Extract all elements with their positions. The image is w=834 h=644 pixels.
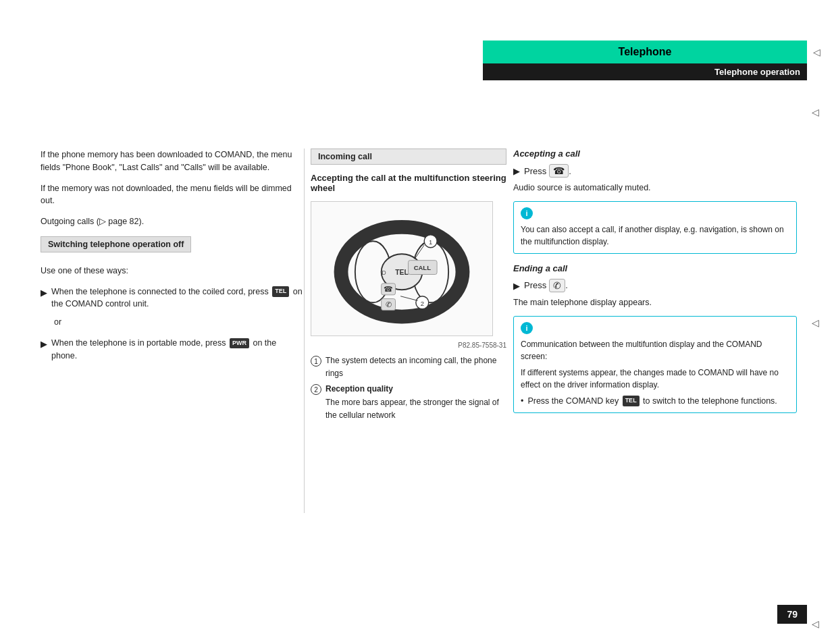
svg-text:✆: ✆ (386, 300, 392, 308)
telephone-banner: Telephone (483, 41, 807, 63)
ending-call-title: Ending a call (513, 263, 797, 273)
subheading-label: Accepting the call at the multifunction … (311, 173, 506, 193)
steering-wheel-diagram: TEL D S CALL ☎ ✆ 1 2 (311, 201, 493, 336)
svg-text:D: D (382, 269, 386, 276)
operation-label: Telephone operation (714, 67, 800, 77)
diagram-caption: P82.85-7558-31 (311, 342, 506, 349)
left-para2: If the memory was not downloaded, the me… (41, 182, 304, 208)
left-column: If the phone memory has been downloaded … (41, 149, 304, 367)
press-arrow-icon2: ▶ (513, 281, 520, 291)
page-number: 79 (787, 609, 798, 620)
numbered-item-2: 2 Reception quality The more bars appear… (311, 383, 506, 422)
info-box-2: i Communication between the multifuntion… (513, 316, 797, 414)
press-label1: Press (524, 166, 546, 176)
side-arrow-top: ◁ (812, 107, 819, 117)
header-right: Telephone ◁ Telephone operation (483, 41, 807, 80)
info-icon-2: i (521, 322, 533, 334)
steering-wheel-svg: TEL D S CALL ☎ ✆ 1 2 (321, 208, 483, 329)
bullet-dot-icon: • (521, 395, 523, 408)
item1-text: The system detects an incoming call, the… (325, 354, 506, 380)
numbered-item-1: 1 The system detects an incoming call, t… (311, 354, 506, 380)
bullet-arrow-icon1: ▶ (41, 286, 47, 300)
num-circle-1: 1 (311, 356, 321, 367)
item2-text: Reception quality The more bars appear, … (325, 383, 506, 422)
num-circle-2: 2 (311, 384, 321, 395)
or-text: or (54, 316, 304, 329)
steering-wheel-subheading: Accepting the call at the multifunction … (311, 173, 506, 193)
telephone-label: Telephone (619, 46, 672, 57)
telephone-operation-banner: Telephone operation (483, 63, 807, 80)
use-text: Use one of these ways: (41, 265, 304, 277)
svg-text:TEL: TEL (395, 269, 409, 276)
left-para3: Outgoing calls (▷ page 82). (41, 215, 304, 228)
incoming-call-label: Incoming call (318, 152, 372, 161)
side-arrow-bottom: ◁ (812, 618, 819, 629)
press-label2: Press (524, 280, 546, 290)
bullet2-text: When the telephone is in portable mode, … (51, 337, 304, 363)
pwr-key: PWR (230, 338, 249, 349)
side-arrow-mid: ◁ (812, 317, 819, 328)
tel-key-2: TEL (623, 396, 640, 406)
left-para1: If the phone memory has been downloaded … (41, 149, 304, 174)
left-bullet1: ▶ When the telephone is connected to the… (41, 286, 304, 311)
info2-intro: Communication between the multifuntion d… (521, 338, 789, 363)
header-arrow-icon: ◁ (813, 47, 820, 57)
press-arrow-icon1: ▶ (513, 166, 520, 176)
accept-phone-icon: ☎ (549, 164, 569, 178)
period-after-end: . (565, 280, 568, 290)
incoming-call-heading: Incoming call (311, 149, 506, 165)
main-display-text: The main telephone display appears. (513, 296, 797, 309)
svg-text:☎: ☎ (384, 285, 393, 293)
column-divider (304, 149, 305, 513)
accepting-call-title: Accepting a call (513, 149, 797, 159)
bullet1-text: When the telephone is connected to the c… (51, 286, 304, 311)
end-phone-icon: ✆ (549, 279, 565, 292)
svg-text:2: 2 (421, 300, 424, 307)
info-box-1: i You can also accept a call, if another… (513, 201, 797, 254)
right-column: Accepting a call ▶ Press ☎ . Audio sourc… (513, 149, 797, 423)
audio-muted-text: Audio source is automatically muted. (513, 182, 797, 194)
svg-text:1: 1 (429, 238, 432, 246)
switch-heading-label: Switching telephone operation off (48, 240, 184, 249)
left-bullet2: ▶ When the telephone is in portable mode… (41, 337, 304, 363)
svg-line-18 (400, 296, 418, 301)
press-accept-line: ▶ Press ☎ . (513, 164, 797, 178)
info-icon-1: i (521, 207, 533, 219)
period-after-accept: . (569, 166, 571, 176)
middle-column: Incoming call Accepting the call at the … (311, 149, 506, 425)
bullet-arrow-icon2: ▶ (41, 338, 47, 351)
info2-bullet-text: Press the COMAND key TEL to switch to th… (527, 395, 777, 408)
switch-heading-box: Switching telephone operation off (41, 236, 191, 252)
info1-text: You can also accept a call, if another d… (521, 223, 789, 248)
press-end-line: ▶ Press ✆ . (513, 279, 797, 292)
numbered-items: 1 The system detects an incoming call, t… (311, 354, 506, 422)
tel-key: TEL (272, 286, 289, 297)
page-number-box: 79 (777, 605, 807, 624)
info2-bullet-item: • Press the COMAND key TEL to switch to … (521, 395, 789, 408)
info2-para1: If different systems appear, the changes… (521, 367, 789, 391)
svg-text:CALL: CALL (414, 264, 431, 271)
